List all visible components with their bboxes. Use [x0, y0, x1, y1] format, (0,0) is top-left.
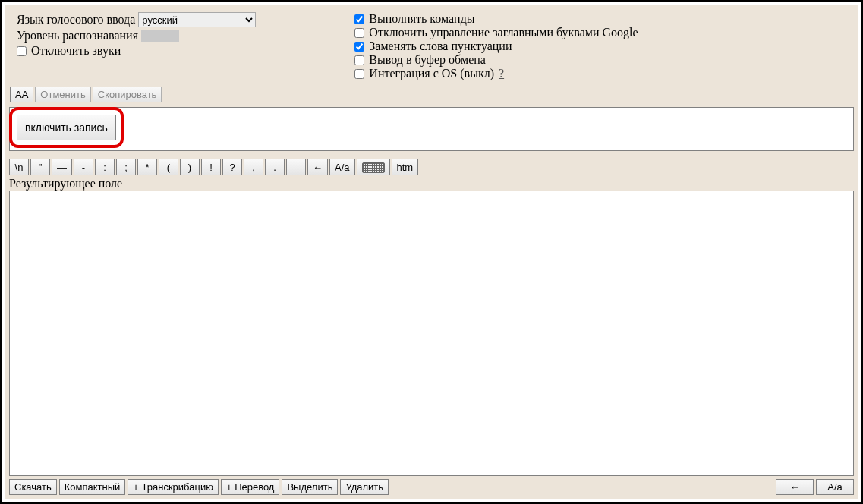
htm-button[interactable]: htm	[392, 159, 419, 175]
settings-row: Язык голосового ввода русский Уровень ра…	[9, 12, 854, 80]
select-button[interactable]: Выделить	[282, 479, 338, 495]
app-window: Язык голосового ввода русский Уровень ра…	[0, 0, 863, 504]
spacer	[391, 479, 773, 495]
main-panel: Язык голосового ввода русский Уровень ра…	[5, 5, 858, 499]
toolbar-top: AA Отменить Скопировать	[10, 87, 854, 102]
symbol-arrow-left-button[interactable]: ←	[307, 159, 328, 175]
disable-sounds-checkbox[interactable]	[17, 46, 27, 56]
symbol-question-button[interactable]: ?	[222, 159, 242, 175]
symbol-rparen-button[interactable]: )	[180, 159, 200, 175]
clipboard-label: Вывод в буфер обмена	[369, 53, 486, 67]
right-settings: Выполнять команды Отключить управление з…	[354, 12, 638, 80]
replace-punct-checkbox[interactable]	[354, 42, 364, 52]
result-label: Результирующее поле	[9, 177, 854, 191]
input-area-wrap: включить запись	[9, 107, 854, 154]
os-integration-help-link[interactable]: ?	[499, 67, 504, 80]
symbol-toolbar: \n " — - : ; * ( ) ! ? , . ← A/a htm	[9, 159, 854, 175]
undo-button[interactable]: Отменить	[35, 87, 90, 102]
symbol-asterisk-button[interactable]: *	[137, 159, 157, 175]
os-integration-checkbox[interactable]	[354, 69, 364, 79]
execute-commands-label: Выполнять команды	[369, 12, 474, 26]
symbol-period-button[interactable]: .	[265, 159, 285, 175]
add-transcribe-button[interactable]: + Транскрибацию	[128, 479, 219, 495]
symbol-quote-button[interactable]: "	[30, 159, 50, 175]
left-settings: Язык голосового ввода русский Уровень ра…	[17, 12, 256, 80]
symbol-exclaim-button[interactable]: !	[201, 159, 221, 175]
input-textarea[interactable]	[9, 107, 854, 151]
download-button[interactable]: Скачать	[9, 479, 57, 495]
symbol-colon-button[interactable]: :	[95, 159, 115, 175]
symbol-mdash-button[interactable]: —	[52, 159, 72, 175]
keyboard-icon	[362, 162, 385, 173]
recognition-level-label: Уровень распознавания	[17, 29, 138, 43]
record-highlight: включить запись	[9, 107, 124, 148]
symbol-newline-button[interactable]: \n	[9, 159, 29, 175]
bottom-arrow-left-button[interactable]: ←	[776, 479, 814, 495]
symbol-dash-button[interactable]: -	[74, 159, 93, 175]
os-integration-label: Интеграция с OS (выкл)	[369, 67, 494, 80]
disable-caps-checkbox[interactable]	[354, 28, 364, 38]
recognition-level-indicator	[141, 30, 179, 42]
add-translate-button[interactable]: + Перевод	[221, 479, 280, 495]
compact-button[interactable]: Компактный	[59, 479, 126, 495]
keyboard-button[interactable]	[357, 159, 390, 175]
clipboard-checkbox[interactable]	[354, 55, 364, 65]
language-select[interactable]: русский	[138, 12, 256, 27]
result-textarea[interactable]	[9, 191, 854, 476]
symbol-semicolon-button[interactable]: ;	[116, 159, 136, 175]
record-button[interactable]: включить запись	[17, 115, 116, 140]
bottom-toolbar: Скачать Компактный + Транскрибацию + Пер…	[9, 479, 854, 495]
aa-button[interactable]: AA	[10, 87, 33, 102]
execute-commands-checkbox[interactable]	[354, 14, 364, 24]
symbol-comma-button[interactable]: ,	[244, 159, 263, 175]
delete-button[interactable]: Удалить	[340, 479, 389, 495]
language-label: Язык голосового ввода	[17, 13, 135, 27]
bottom-case-toggle-button[interactable]: A/a	[816, 479, 854, 495]
disable-caps-label: Отключить управление заглавными буквами …	[369, 26, 638, 39]
symbol-blank-button[interactable]	[286, 159, 306, 175]
symbol-lparen-button[interactable]: (	[159, 159, 178, 175]
replace-punct-label: Заменять слова пунктуации	[369, 39, 512, 53]
copy-button[interactable]: Скопировать	[93, 87, 162, 102]
symbol-case-toggle-button[interactable]: A/a	[329, 159, 355, 175]
disable-sounds-label: Отключить звуки	[31, 44, 121, 58]
